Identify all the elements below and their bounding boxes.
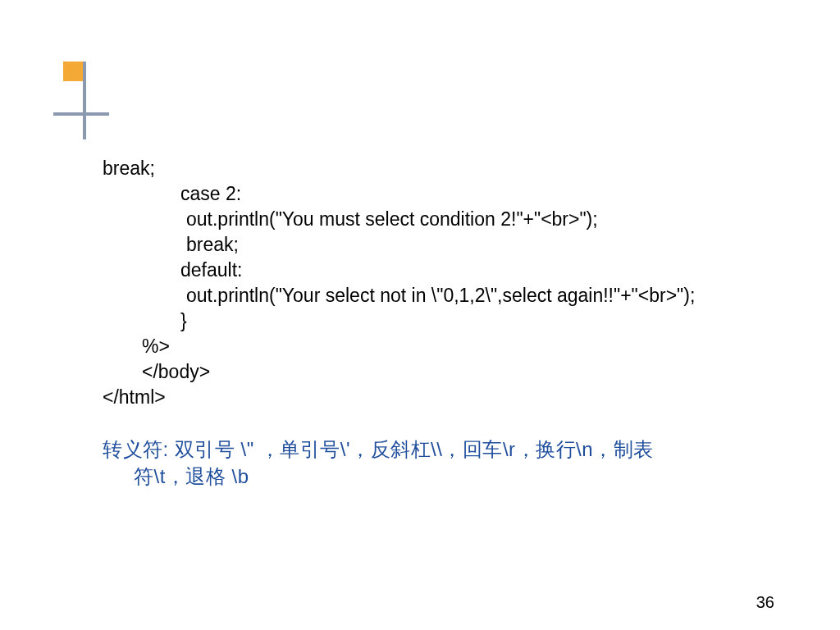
- code-line: default:: [180, 258, 783, 283]
- code-line: </html>: [103, 385, 783, 410]
- code-line: %>: [142, 334, 783, 359]
- code-line: break;: [103, 156, 783, 181]
- slide-decoration: [53, 62, 94, 144]
- deco-gray-horizontal: [53, 112, 109, 116]
- slide: break; case 2: out.println("You must sel…: [0, 0, 840, 630]
- code-line: case 2:: [180, 181, 783, 207]
- code-line: break;: [186, 232, 783, 258]
- code-line: out.println("You must select condition 2…: [186, 207, 783, 232]
- deco-orange-square: [63, 62, 83, 81]
- deco-gray-vertical: [83, 62, 86, 139]
- escape-note-line2: 符\t，退格 \b: [103, 463, 783, 490]
- slide-content: break; case 2: out.println("You must sel…: [103, 156, 783, 490]
- code-line: }: [180, 308, 783, 334]
- code-line: out.println("Your select not in \"0,1,2\…: [186, 283, 783, 308]
- page-number: 36: [756, 593, 774, 612]
- escape-note-line1: 转义符: 双引号 \" ，单引号\'，反斜杠\\，回车\r，换行\n，制表: [103, 436, 783, 463]
- code-line: </body>: [142, 359, 783, 385]
